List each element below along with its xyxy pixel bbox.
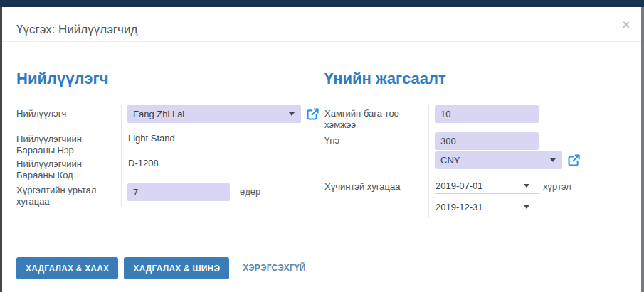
modal-body: Нийлүүлэгч Нийлүүлэгч (2, 42, 641, 218)
modal-footer: ХАДГАЛАХ & ХААХ ХАДГАЛАХ & ШИНЭ ХЭРЭГСЭХ… (2, 244, 641, 291)
caret-down-icon (524, 205, 529, 209)
field-label-lead-time: Хүргэлтийн урьтал хугацаа (14, 182, 121, 207)
supplier-item-name-input[interactable] (127, 131, 291, 146)
valid-upto-date-picker[interactable] (435, 200, 539, 215)
lead-time-input[interactable] (127, 183, 230, 201)
currency-select-input[interactable] (435, 151, 562, 169)
screen: Үүсгэх: Нийлүүлэгчид × Нийлүүлэгч Нийлүү… (0, 0, 644, 292)
field-control-supplier (121, 105, 322, 131)
field-control-valid-upto (428, 200, 630, 218)
modal-header: Үүсгэх: Нийлүүлэгчид × (2, 7, 641, 42)
field-label-valid-period: Хүчинтэй хугацаа (322, 178, 428, 200)
field-label-empty-valid-upto (322, 200, 428, 218)
field-control-lead-time: өдөр (121, 182, 322, 207)
discard-button[interactable]: ХЭРЭГСЭХГҮЙ (243, 263, 305, 273)
caret-down-icon (289, 112, 295, 116)
caret-down-icon (550, 158, 556, 162)
save-and-new-button[interactable]: ХАДГАЛАХ & ШИНЭ (124, 257, 229, 279)
supplier-fields: Нийлүүлэгч (14, 105, 322, 207)
page-backdrop-navbar (0, 0, 644, 7)
field-label-supplier-item-name: Нийлүүлэгчийн Барааны Нэр (14, 131, 121, 156)
valid-until-label: хүртэл (543, 181, 571, 192)
caret-down-icon (524, 184, 529, 188)
section-heading-supplier: Нийлүүлэгч (16, 69, 322, 89)
close-icon[interactable]: × (622, 18, 630, 31)
field-control-supplier-item-name (121, 131, 322, 156)
field-control-valid-from: хүртэл (428, 178, 630, 200)
external-link-icon[interactable] (306, 107, 320, 121)
supplier-item-code-input[interactable] (127, 156, 291, 171)
field-label-supplier-item-code: Нийлүүлэгчийн Барааны Код (14, 156, 121, 182)
create-supplier-modal: Үүсгэх: Нийлүүлэгчид × Нийлүүлэгч Нийлүү… (2, 7, 641, 292)
min-qty-input[interactable] (435, 105, 539, 123)
price-list-column: Үнийн жагсаалт Хамгийн бага тоо хэмжээ Ү… (322, 42, 630, 218)
field-control-currency (428, 151, 630, 178)
section-heading-price-list: Үнийн жагсаалт (324, 69, 630, 89)
supplier-column: Нийлүүлэгч Нийлүүлэгч (14, 42, 322, 218)
modal-title: Үүсгэх: Нийлүүлэгчид (16, 23, 137, 37)
currency-select[interactable] (435, 151, 562, 169)
field-control-supplier-item-code (121, 156, 322, 182)
field-control-min-qty (428, 105, 630, 132)
lead-time-unit-label: өдөр (240, 186, 260, 197)
rate-input[interactable] (435, 132, 539, 150)
field-label-min-qty: Хамгийн бага тоо хэмжээ (322, 105, 428, 132)
valid-from-date-picker[interactable] (435, 178, 539, 194)
field-label-empty-currency (322, 151, 428, 178)
field-label-supplier: Нийлүүлэгч (14, 105, 121, 131)
supplier-select-input[interactable] (127, 105, 301, 123)
field-label-rate: Үнэ (322, 132, 428, 151)
page-backdrop-right (641, 7, 644, 292)
supplier-select[interactable] (127, 105, 301, 123)
save-and-close-button[interactable]: ХАДГАЛАХ & ХААХ (16, 257, 118, 279)
field-control-rate (428, 132, 630, 151)
price-list-fields: Хамгийн бага тоо хэмжээ Үнэ (322, 105, 630, 218)
external-link-icon[interactable] (567, 153, 581, 167)
